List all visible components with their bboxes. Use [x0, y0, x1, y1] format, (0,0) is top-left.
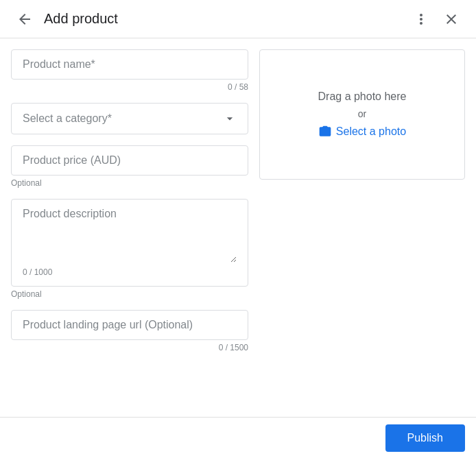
publish-button[interactable]: Publish: [385, 424, 465, 452]
landing-page-url-char-count: 0 / 1500: [11, 343, 248, 352]
or-text: or: [358, 108, 366, 119]
left-column: 0 / 58 Select a category* Optional 0 / 1…: [11, 49, 248, 406]
product-description-group: 0 / 1000 Optional: [11, 199, 248, 299]
header: Add product: [0, 0, 476, 38]
right-column: Drag a photo here or Select a photo: [259, 49, 465, 406]
back-button[interactable]: [11, 5, 38, 33]
category-placeholder: Select a category*: [23, 112, 112, 125]
product-description-optional: Optional: [11, 289, 248, 299]
header-actions: [407, 5, 465, 33]
product-description-input[interactable]: [23, 208, 237, 263]
product-price-optional: Optional: [11, 178, 248, 188]
product-name-group: 0 / 58: [11, 49, 248, 92]
photo-upload-area[interactable]: Drag a photo here or Select a photo: [259, 49, 465, 180]
landing-page-url-group: 0 / 1500: [11, 310, 248, 352]
close-button[interactable]: [438, 5, 465, 33]
publish-label: Publish: [407, 432, 443, 444]
close-icon: [443, 11, 460, 27]
product-description-char-count: 0 / 1000: [23, 267, 52, 277]
category-group: Select a category*: [11, 103, 248, 134]
landing-page-url-input[interactable]: [23, 319, 237, 331]
product-price-wrapper: [11, 145, 248, 176]
page-title: Add product: [44, 11, 407, 27]
more-options-button[interactable]: [407, 5, 435, 33]
main-content: 0 / 58 Select a category* Optional 0 / 1…: [0, 38, 476, 417]
select-photo-label: Select a photo: [336, 125, 406, 138]
product-price-group: Optional: [11, 145, 248, 188]
drag-photo-text: Drag a photo here: [318, 91, 407, 103]
category-select[interactable]: Select a category*: [11, 103, 248, 134]
product-name-input[interactable]: [23, 58, 237, 71]
product-price-input[interactable]: [23, 154, 237, 167]
landing-page-url-wrapper: [11, 310, 248, 340]
camera-icon: [318, 125, 332, 138]
chevron-down-icon: [223, 112, 237, 125]
back-icon: [16, 11, 33, 27]
select-photo-button[interactable]: Select a photo: [318, 125, 406, 138]
product-name-char-count: 0 / 58: [11, 82, 248, 92]
product-description-wrapper: 0 / 1000: [11, 199, 248, 287]
more-icon: [413, 11, 429, 27]
footer: Publish: [0, 417, 476, 458]
product-name-wrapper: [11, 49, 248, 80]
